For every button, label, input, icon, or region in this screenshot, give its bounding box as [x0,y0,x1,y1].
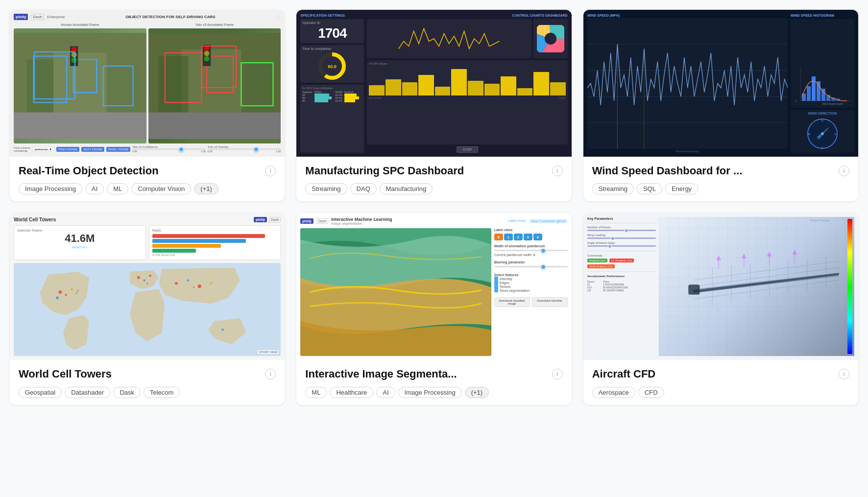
card5-info-icon[interactable]: i [552,369,563,379]
iis-sub-title: Image segmentation [331,222,392,225]
paintbrush-slider[interactable] [494,250,568,251]
cfd-analyze-btn[interactable]: Analyze (1s) [587,259,607,262]
card-interactive-image-segmentation[interactable]: plotly Dash Interactive Machine Learning… [296,213,571,404]
download-img-btn[interactable]: Download classified image [494,297,530,307]
spc-time-label: Time to completion [302,47,362,50]
wct-radio-panel: Radio CLOSE SELECTION [149,225,281,260]
cfd-commands-row: Commands: Analyze (1s) LL Analysis (1s) … [587,254,656,268]
tag-streaming-1[interactable]: Streaming [305,183,347,194]
confidence-slider[interactable] [132,148,206,150]
tag-cfd[interactable]: CFD [638,387,664,398]
card-aircraft-cfd[interactable]: Key Parameters Number of Pieces: Wing Lo… [583,213,858,404]
cfd-angle-label: Angle of Attack (deg): [587,241,615,244]
tag-telecom[interactable]: Telecom [144,387,180,398]
cfd-content: Key Parameters Number of Pieces: Wing Lo… [587,217,854,356]
svg-point-67 [149,275,151,277]
svg-point-21 [204,46,209,51]
svg-point-11 [72,57,77,63]
tag-plus-1[interactable]: (+1) [194,183,218,194]
tag-energy[interactable]: Energy [665,183,698,194]
svg-point-64 [71,288,73,291]
spc-headers: SPECIFICATION SETTINGS CONTROL CHARTS DA… [300,14,567,17]
iis-customize-btn[interactable]: View Customize github [529,219,568,223]
chip-3[interactable]: 3 [524,234,532,240]
thumbnail-3: WIND SPEED (MPH) [583,10,858,157]
card1-menu-icon[interactable]: ⋮ [276,14,281,20]
tag-computer-vision[interactable]: Computer Vision [131,183,191,194]
download-cls-btn[interactable]: Download classifier [532,297,568,307]
next-frame-btn[interactable]: NEXT FRAME [81,147,104,152]
card-wind-speed[interactable]: WIND SPEED (MPH) [583,10,858,201]
cb-intensity-box[interactable] [494,277,498,281]
svg-text:0: 0 [796,99,797,102]
card1-info-icon[interactable]: i [265,166,276,176]
spc-bar-11 [533,72,549,95]
card4-info-icon[interactable]: i [265,369,276,379]
wcf-close-selection: CLOSE SELECTION [152,254,278,257]
spc-stop-btn[interactable]: STOP [457,146,479,153]
overlap-slider[interactable] [208,148,281,150]
cfd-params-panel: Key Parameters Number of Pieces: Wing Lo… [587,217,656,356]
tag-ml-5[interactable]: ML [305,387,327,398]
tag-sql[interactable]: SQL [637,183,662,194]
thumbnail-1: plotly Dash Enterprise OBJECT DETECTION … [10,10,285,157]
angle-slider-thumb[interactable] [608,244,612,248]
tag-ai[interactable]: AI [85,183,104,194]
card3-title-row: Wind Speed Dashboard for ... i [592,165,849,177]
iis-canvas [300,228,491,356]
tag-streaming-2[interactable]: Streaming [592,183,634,194]
card1-header-bar: plotly Dash Enterprise OBJECT DETECTION … [14,14,281,20]
rand-frame-btn[interactable]: RAND. FRAME [106,147,130,152]
tag-ai-5[interactable]: AI [376,387,395,398]
svg-point-22 [204,51,209,56]
tag-plus-5[interactable]: (+1) [465,387,489,398]
num-pieces-slider-thumb[interactable] [625,229,628,233]
tag-healthcare[interactable]: Healthcare [330,387,373,398]
radio-bar-cdma [152,249,196,253]
frame-filter-input[interactable]: pedestrian ▼ [32,147,55,152]
card6-info-icon[interactable]: i [839,369,849,379]
card-real-time-object-detection[interactable]: plotly Dash Enterprise OBJECT DETECTION … [10,10,285,201]
chip-1[interactable]: 1 [504,234,513,240]
blur-slider[interactable] [494,266,568,267]
cb-texture: Texture [494,284,568,288]
card3-info-icon[interactable]: i [839,166,849,176]
cb-edges-box[interactable] [494,281,498,284]
tag-aerospace[interactable]: Aerospace [592,387,635,398]
blur-label: Blurring parameter [494,260,568,264]
cfd-ll-btn[interactable]: LL Analysis (1s) [609,259,634,262]
card1-title: Real-Time Object Detection [19,165,159,177]
prev-frame-btn[interactable]: PREV FRAME [56,147,79,152]
cb-show-seg-box[interactable] [494,288,498,292]
card-manufacturing-spc[interactable]: SPECIFICATION SETTINGS CONTROL CHARTS DA… [296,10,571,201]
tag-dask[interactable]: Dask [113,387,141,398]
tag-image-processing-5[interactable]: Image Processing [398,387,462,398]
spc-top-charts [367,19,567,58]
card2-info-icon[interactable]: i [552,166,563,176]
wct-reset-btn[interactable]: RESET ALL [17,246,143,249]
cb-texture-box[interactable] [494,284,498,288]
wing-loading-slider-thumb[interactable] [611,237,615,240]
spc-bar-8 [484,84,500,95]
iis-learn-btn[interactable]: Learn more [508,219,526,223]
cfd-visualization: Vortex Triangle [659,217,854,356]
street-scene-left [14,28,146,143]
tag-geospatial[interactable]: Geospatial [19,387,62,398]
chip-4[interactable]: 4 [533,234,542,240]
cfd-vlm-btn[interactable]: VLM Analysis (1s) [587,264,615,268]
spc-left-panel: Operator ID 1704 Time to completion 60.0 [300,19,364,153]
tag-image-processing[interactable]: Image Processing [19,183,82,194]
tag-daq[interactable]: DAQ [350,183,377,194]
card4-tags: Geospatial Datashader Dask Telecom [19,387,276,398]
chip-0[interactable]: 0 [494,234,503,240]
svg-marker-98 [767,253,771,257]
tag-manufacturing[interactable]: Manufacturing [380,183,433,194]
wcf-story-view[interactable]: STORY VIEW [258,350,279,354]
cfd-commands-label: Commands: [587,254,656,257]
chip-2[interactable]: 2 [514,234,523,240]
svg-text:Wind Speed (mph): Wind Speed (mph) [822,102,843,105]
tag-datashader[interactable]: Datashader [65,387,110,398]
cfd-num-pieces-row: Number of Pieces: [587,226,656,232]
card-world-cell-towers[interactable]: World Cell Towers plotly Dash Selected T… [10,213,285,404]
tag-ml[interactable]: ML [107,183,128,194]
